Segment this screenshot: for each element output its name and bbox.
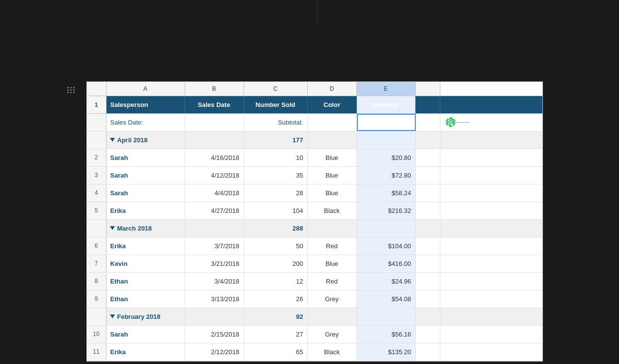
cell-numsold-1-3: 26 — [244, 290, 308, 308]
cell-extra-1-1 — [416, 255, 440, 272]
cell-extra-0-0 — [416, 149, 440, 166]
cell-numsold-1-0: 50 — [244, 237, 308, 255]
summary-row-num — [87, 114, 107, 131]
group-row-num-2 — [87, 308, 107, 325]
summary-subtotal-label: Subtotal: — [244, 114, 308, 131]
cell-date-2-1: 2/12/2018 — [185, 343, 244, 361]
col-header-e[interactable]: E — [357, 82, 416, 96]
cell-extra-0-1 — [416, 167, 440, 184]
cell-extra-1-0 — [416, 237, 440, 255]
cell-person-0-2[interactable]: Sarah — [107, 184, 185, 202]
person-name-1-1: Kevin — [110, 260, 128, 267]
col-header-b[interactable]: B — [185, 82, 244, 96]
cell-person-0-0[interactable]: Sarah — [107, 149, 185, 166]
group-row-num-1 — [87, 220, 107, 237]
header-subtotal: Subtotal — [357, 96, 416, 113]
group-label-0[interactable]: April 2018 — [107, 131, 185, 149]
row-num-2-1: 11 — [87, 343, 107, 361]
cell-person-1-3[interactable]: Ethan — [107, 290, 185, 308]
subtotal-text: Subtotal: — [278, 119, 303, 126]
table-row: 5 Erika 4/27/2018 104 Black $216.32 — [87, 202, 542, 220]
cell-date-0-1: 4/12/2018 — [185, 167, 244, 184]
person-name-1-2: Ethan — [110, 278, 128, 285]
group-col-b-1 — [185, 220, 244, 237]
cell-person-0-3[interactable]: Erika — [107, 202, 185, 219]
person-name-1-0: Erika — [110, 242, 126, 250]
cell-person-0-1[interactable]: Sarah — [107, 167, 185, 184]
group-subtotal-2: 92 — [244, 308, 308, 325]
cell-person-1-2[interactable]: Ethan — [107, 273, 185, 290]
group-extra-2 — [416, 308, 440, 325]
group-name-1: March 2018 — [117, 225, 152, 232]
row-num-1-0: 6 — [87, 237, 107, 255]
summary-col-b — [185, 114, 244, 131]
cell-date-0-2: 4/4/2018 — [185, 184, 244, 202]
group-col-d-1 — [308, 220, 357, 237]
header-sales-date: Sales Date — [185, 96, 244, 113]
group-header-1: March 2018 288 — [87, 220, 542, 237]
cell-extra-1-3 — [416, 290, 440, 308]
header-row: 1 Salesperson Sales Date Number Sold Col… — [87, 96, 542, 114]
group-triangle-1 — [110, 226, 115, 230]
table-row: 4 Sarah 4/4/2018 28 Blue $58.24 — [87, 184, 542, 202]
header-number-sold: Number Sold — [244, 96, 308, 113]
header-row-num: 1 — [87, 96, 107, 113]
person-name-0-3: Erika — [110, 207, 126, 214]
cell-date-1-1: 3/21/2018 — [185, 255, 244, 272]
row-num-0-2: 4 — [87, 184, 107, 202]
cell-color-0-1: Blue — [308, 167, 357, 184]
cell-date-1-3: 3/13/2018 — [185, 290, 244, 308]
group-label-2[interactable]: February 2018 — [107, 308, 185, 325]
table-row: 11 Erika 2/12/2018 65 Black $135.20 — [87, 343, 542, 361]
col-header-d[interactable]: D — [308, 82, 357, 96]
selected-summary-cell[interactable] — [357, 114, 416, 131]
person-name-2-0: Sarah — [110, 331, 128, 338]
table-row: 7 Kevin 3/21/2018 200 Blue $416.00 — [87, 255, 542, 273]
group-row-num-0 — [87, 131, 107, 149]
cell-date-1-2: 3/4/2018 — [185, 273, 244, 290]
group-col-e-2 — [357, 308, 416, 325]
person-name-1-3: Ethan — [110, 295, 128, 303]
cell-numsold-2-0: 27 — [244, 326, 308, 343]
cell-extra-2-0 — [416, 326, 440, 343]
row-num-0-1: 3 — [87, 167, 107, 184]
cell-subtotal-0-0: $20.80 — [357, 149, 416, 166]
cell-extra-0-2 — [416, 184, 440, 202]
person-name-0-0: Sarah — [110, 154, 128, 161]
cell-subtotal-0-3: $216.32 — [357, 202, 416, 219]
person-name-0-1: Sarah — [110, 172, 128, 179]
group-label-1[interactable]: March 2018 — [107, 220, 185, 237]
cell-numsold-1-1: 200 — [244, 255, 308, 272]
cell-person-1-0[interactable]: Erika — [107, 237, 185, 255]
cell-date-0-3: 4/27/2018 — [185, 202, 244, 219]
row-num-0-0: 2 — [87, 149, 107, 166]
summary-row: Sales Date: Subtotal: — [87, 114, 542, 131]
cell-date-1-0: 3/7/2018 — [185, 237, 244, 255]
group-triangle-0 — [110, 138, 115, 142]
cell-person-2-0[interactable]: Sarah — [107, 326, 185, 343]
row-num-1-2: 8 — [87, 273, 107, 290]
summary-col-d — [308, 114, 357, 131]
cell-subtotal-0-2: $58.24 — [357, 184, 416, 202]
cell-numsold-2-1: 65 — [244, 343, 308, 361]
col-header-a[interactable]: A — [107, 82, 185, 96]
group-name-0: April 2018 — [117, 136, 148, 144]
groups-container: April 2018 177 2 Sarah 4/16/2018 10 Blue… — [87, 131, 542, 361]
summary-extra — [416, 114, 440, 131]
formula-line — [317, 0, 318, 23]
cell-color-0-3: Black — [308, 202, 357, 219]
table-row: 6 Erika 3/7/2018 50 Red $104.00 — [87, 237, 542, 255]
col-header-c[interactable]: C — [244, 82, 308, 96]
cell-date-2-0: 2/15/2018 — [185, 326, 244, 343]
cell-person-1-1[interactable]: Kevin — [107, 255, 185, 272]
group-header-0: April 2018 177 — [87, 131, 542, 149]
cell-subtotal-1-1: $416.00 — [357, 255, 416, 272]
cell-color-2-0: Grey — [308, 326, 357, 343]
cell-person-2-1[interactable]: Erika — [107, 343, 185, 361]
header-extra — [416, 96, 440, 113]
person-name-0-2: Sarah — [110, 189, 128, 197]
group-subtotal-1: 288 — [244, 220, 308, 237]
group-col-e-0 — [357, 131, 416, 149]
group-col-b-0 — [185, 131, 244, 149]
group-subtotal-0: 177 — [244, 131, 308, 149]
